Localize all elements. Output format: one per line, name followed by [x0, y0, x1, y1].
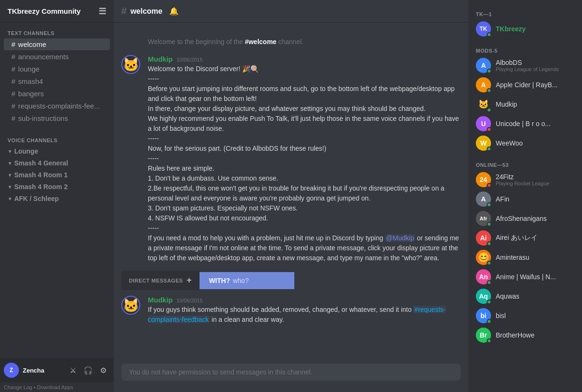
voice-channels-label: Voice Channels: [0, 130, 114, 145]
channel-item-bangers[interactable]: # bangers: [4, 88, 110, 100]
member-name: bisl: [496, 312, 506, 319]
dm-with-label: WITH?: [209, 277, 230, 284]
avatar: W: [476, 136, 491, 151]
channel-item-requests[interactable]: # requests-complaints-fee...: [4, 100, 110, 112]
member-name: WeeWoo: [496, 139, 523, 147]
member-item-weewoo[interactable]: W WeeWoo: [472, 134, 578, 153]
message-header: Mudkip 10/06/2015: [148, 296, 461, 304]
message-input[interactable]: [121, 364, 461, 381]
message-author[interactable]: Mudkip: [148, 296, 173, 304]
member-item-aquwas[interactable]: Aq Aquwas: [472, 287, 578, 306]
settings-icon[interactable]: ⚙: [97, 364, 110, 377]
message-timestamp: 10/06/2015: [177, 57, 203, 63]
member-item-bisl[interactable]: bi bisl: [472, 306, 578, 325]
message-group: 🐱 Mudkip 10/06/2015 If you guys think so…: [114, 294, 468, 327]
status-dot: [487, 88, 491, 93]
dm-input-box[interactable]: WITH? who?: [200, 272, 294, 289]
avatar: TK: [476, 21, 491, 36]
messages-area: Welcome to the beginning of the #welcome…: [114, 23, 468, 360]
voice-channel-name: Lounge: [14, 147, 38, 155]
hash-icon: #: [121, 6, 127, 17]
avatar: bi: [476, 308, 491, 323]
member-info: Anime | Waifus | N...: [496, 273, 556, 281]
message-content: Mudkip 10/06/2015 Welcome to the Discord…: [148, 55, 461, 263]
chevron-down-icon: ▼: [8, 149, 12, 154]
channel-item-welcome[interactable]: # welcome: [4, 38, 110, 50]
server-name: TKbreezy Community: [8, 7, 81, 15]
avatar: A: [476, 77, 491, 92]
hash-icon: #: [11, 114, 15, 122]
dm-who-hint: who?: [233, 277, 248, 284]
hash-icon: #: [11, 53, 15, 61]
download-link[interactable]: Download Apps: [37, 384, 73, 390]
member-info: Aminterasu: [496, 254, 529, 261]
username: Zencha: [23, 367, 63, 374]
member-info: Mudkip: [496, 100, 517, 108]
direct-messages-label: DIRECT MESSAGES +: [121, 271, 200, 290]
mods-section-label: MODS-5: [468, 44, 582, 55]
status-dot: [487, 241, 491, 246]
avatar: Br: [476, 328, 491, 343]
voice-channel-afk[interactable]: ▼ AFK / Schleep: [4, 193, 110, 204]
changelog-link[interactable]: Change Log: [4, 384, 32, 390]
channel-item-smash4[interactable]: # smash4: [4, 75, 110, 87]
member-item-unicode[interactable]: U Unicode | B r o o...: [472, 114, 578, 133]
channel-name: lounge: [18, 65, 39, 73]
status-dot: [487, 338, 491, 343]
server-header[interactable]: TKbreezy Community ☰: [0, 0, 114, 23]
message-author[interactable]: Mudkip: [148, 55, 173, 63]
member-name: TKbreezy: [496, 25, 526, 33]
beginning-text: Welcome to the beginning of the: [148, 38, 243, 46]
member-item-afin[interactable]: A AFin: [472, 190, 578, 209]
member-item-airei[interactable]: Ai Airei あいレイ: [472, 228, 578, 247]
microphone-icon[interactable]: ⚔: [66, 364, 80, 377]
avatar: A: [476, 191, 491, 207]
status-dot: [487, 69, 491, 73]
voice-channel-smash4room1[interactable]: ▼ Smash 4 Room 1: [4, 169, 110, 181]
member-name: Anime | Waifus | N...: [496, 273, 556, 281]
sidebar: TKbreezy Community ☰ Text Channels # wel…: [0, 0, 114, 392]
bell-icon[interactable]: 🔔: [169, 7, 179, 16]
main-content: # welcome 🔔 Welcome to the beginning of …: [114, 0, 468, 392]
hash-icon: #: [11, 65, 15, 73]
avatar: An: [476, 269, 491, 284]
channel-name: sub-instructions: [18, 114, 68, 122]
chevron-down-icon: ▼: [8, 184, 12, 190]
member-item-applecider[interactable]: A Apple Cider | RayB...: [472, 75, 578, 94]
voice-channel-smash4room2[interactable]: ▼ Smash 4 Room 2: [4, 181, 110, 192]
hash-icon: #: [11, 102, 15, 110]
voice-channel-smash4general[interactable]: ▼ Smash 4 General: [4, 157, 110, 169]
channel-header-name: # welcome 🔔: [121, 6, 179, 17]
avatar: 🐱: [121, 55, 140, 74]
channel-item-lounge[interactable]: # lounge: [4, 63, 110, 75]
member-item-brotherhowe[interactable]: Br BrotherHowe: [472, 326, 578, 345]
member-item-tkbreezy[interactable]: TK TKbreezy: [472, 19, 578, 38]
avatar: 24: [476, 172, 491, 187]
voice-channel-lounge[interactable]: ▼ Lounge: [4, 146, 110, 157]
channel-item-sub-instructions[interactable]: # sub-instructions: [4, 112, 110, 124]
member-item-anime[interactable]: An Anime | Waifus | N...: [472, 267, 578, 286]
channel-item-announcements[interactable]: # announcements: [4, 51, 110, 63]
member-status: Playing League of Legends: [496, 66, 559, 72]
hash-icon: #: [11, 40, 15, 48]
channel-link[interactable]: #requests-complaints-feedback: [148, 306, 446, 323]
member-item-aminterasu[interactable]: 😊 Aminterasu: [472, 248, 578, 267]
message-timestamp: 10/06/2015: [177, 298, 203, 303]
mention[interactable]: @Mudkip: [385, 234, 415, 242]
member-item-mudkip[interactable]: 🐱 Mudkip: [472, 95, 578, 114]
member-info: Airei あいレイ: [496, 234, 537, 242]
headphone-icon[interactable]: 🎧: [82, 364, 95, 377]
hamburger-icon[interactable]: ☰: [99, 6, 106, 17]
member-info: bisl: [496, 312, 506, 319]
member-item-afroshenanigans[interactable]: Afr AfroShenanigans: [472, 209, 578, 228]
member-item-24fitz[interactable]: 24 24Fitz Playing Rocket League: [472, 170, 578, 189]
member-info: WeeWoo: [496, 139, 523, 147]
channel-name: announcements: [18, 53, 69, 61]
member-item-albobds[interactable]: A AlbobDS Playing League of Legends: [472, 56, 578, 75]
avatar: Afr: [476, 211, 491, 226]
text-channels-label: Text Channels: [0, 23, 114, 38]
dm-plus-button[interactable]: +: [187, 275, 192, 285]
member-name: Mudkip: [496, 100, 517, 108]
avatar: Aq: [476, 289, 491, 304]
status-dot: [487, 127, 491, 132]
